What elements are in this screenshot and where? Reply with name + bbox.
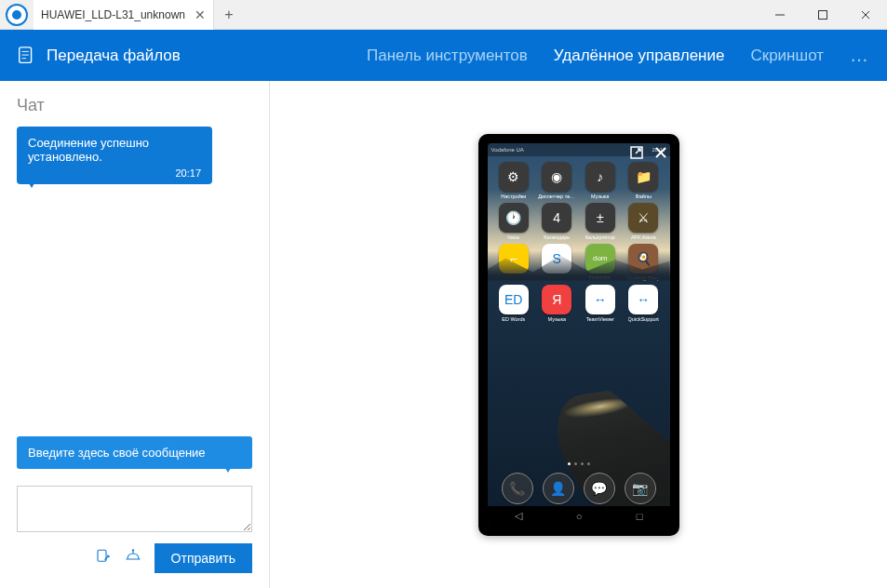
carrier-label: Vodafone UA (491, 147, 524, 153)
dock-icon[interactable]: 💬 (584, 473, 615, 504)
svg-rect-1 (819, 10, 827, 19)
notify-icon[interactable] (125, 548, 141, 568)
send-button[interactable]: Отправить (155, 543, 252, 573)
close-remote-icon[interactable] (652, 143, 670, 162)
file-transfer-button[interactable]: Передача файлов (17, 46, 181, 66)
app-icon[interactable]: ↔TeamViewer (580, 285, 622, 322)
window-controls (759, 0, 887, 30)
app-icon[interactable]: ↔QuickSupport (623, 285, 665, 322)
nav-recent-icon[interactable]: □ (637, 511, 643, 522)
minimize-icon (774, 9, 786, 20)
app-grid: ⚙Настройки◉Диспетчер телефона♪Музыка📁Фай… (488, 156, 670, 327)
titlebar: HUAWEI_LLD-L31_unknown ✕ + (0, 0, 887, 30)
app-icon[interactable]: ⚙Настройки (493, 162, 535, 199)
app-icon[interactable]: ♪Музыка (580, 162, 622, 199)
toolbar-item-tools[interactable]: Панель инструментов (367, 47, 528, 65)
send-row: Отправить (17, 543, 252, 573)
app-icon[interactable]: ⚔AFK Arena (623, 203, 665, 240)
svg-point-10 (131, 549, 133, 551)
dock-icon[interactable]: 📷 (625, 473, 656, 504)
chat-hint: Введите здесь своё сообщение (17, 436, 252, 469)
teamviewer-icon (6, 4, 28, 26)
content: Чат Соединение успешно установлено. 20:1… (0, 81, 887, 588)
close-tab-icon[interactable]: ✕ (195, 7, 206, 22)
file-transfer-label: Передача файлов (47, 47, 181, 65)
app-icon[interactable]: 4Календарь (536, 203, 578, 240)
new-tab-button[interactable]: + (214, 0, 244, 30)
nav-home-icon[interactable]: ○ (576, 511, 583, 522)
phone-frame: Vodafone UA 20:17 ⚙Настройки◉Диспетчер т… (478, 134, 679, 536)
chat-input[interactable] (17, 486, 252, 532)
maximize-button[interactable] (801, 0, 844, 30)
phone-screen[interactable]: Vodafone UA 20:17 ⚙Настройки◉Диспетчер т… (488, 143, 670, 527)
chat-message-time: 20:17 (28, 167, 201, 179)
android-navbar: ◁ ○ □ (488, 506, 670, 527)
toolbar-nav: Панель инструментов Удалённое управление… (367, 45, 870, 66)
app-icon[interactable]: ЯМузыка (536, 285, 578, 322)
app-icon[interactable]: ±Калькулятор (580, 203, 622, 240)
chat-message: Соединение успешно установлено. 20:17 (17, 127, 212, 184)
minimize-button[interactable] (759, 0, 801, 30)
close-icon (860, 9, 871, 20)
app-icon[interactable]: 🕐Часы (493, 203, 535, 240)
session-tab[interactable]: HUAWEI_LLD-L31_unknown ✕ (34, 0, 214, 30)
app-icon[interactable]: EDED Words (493, 285, 535, 322)
attach-icon[interactable] (95, 548, 112, 568)
chat-sidebar: Чат Соединение успешно установлено. 20:1… (0, 81, 270, 588)
toolbar-more-button[interactable]: … (850, 45, 870, 66)
app-icon[interactable]: 📁Файлы (623, 162, 665, 199)
toolbar-item-remote[interactable]: Удалённое управление (554, 47, 725, 65)
close-button[interactable] (844, 0, 887, 30)
remote-view: Vodafone UA 20:17 ⚙Настройки◉Диспетчер т… (270, 81, 887, 588)
chat-message-text: Соединение успешно установлено. (28, 136, 201, 164)
maximize-icon (817, 9, 828, 20)
page-indicator (488, 462, 670, 465)
file-transfer-icon (17, 46, 37, 66)
dock-icon[interactable]: 📞 (502, 473, 533, 504)
chat-title: Чат (17, 96, 252, 115)
tab-title: HUAWEI_LLD-L31_unknown (41, 8, 185, 21)
dock: 📞👤💬📷 (488, 473, 670, 504)
toolbar: Передача файлов Панель инструментов Удал… (0, 30, 887, 81)
app-icon[interactable]: ◉Диспетчер телефона (536, 162, 578, 199)
toolbar-item-screenshot[interactable]: Скриншот (750, 47, 824, 65)
popout-icon[interactable] (627, 143, 646, 162)
dock-icon[interactable]: 👤 (543, 473, 574, 504)
nav-back-icon[interactable]: ◁ (515, 510, 522, 522)
